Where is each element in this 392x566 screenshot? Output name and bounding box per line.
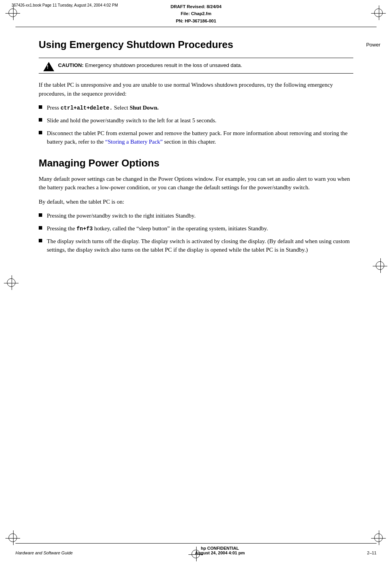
s2-bullet-square-3 <box>39 239 42 242</box>
top-left-crosshair <box>9 9 18 18</box>
section2-para1: Many default power settings can be chang… <box>39 175 353 192</box>
footer: Hardware and Software Guide hp CONFIDENT… <box>0 543 392 555</box>
bullet-content-3: Disconnect the tablet PC from external p… <box>47 129 353 146</box>
footer-confidential: hp CONFIDENTIAL <box>195 546 245 551</box>
s2-bullet-square-2 <box>39 226 42 230</box>
draft-line3: PN: HP-367186-001 <box>176 19 216 23</box>
s2-bullet-square-1 <box>39 213 42 217</box>
page-reference: 367426-xx1.book Page 11 Tuesday, August … <box>12 3 118 7</box>
caution-body: Emergency shutdown procedures result in … <box>84 62 242 68</box>
main-content: Using Emergency Shutdown Procedures CAUT… <box>0 27 392 268</box>
bullet-square-1 <box>39 105 42 109</box>
code-fn-f3: fn+f3 <box>77 226 93 232</box>
section1-bullet-list: Press ctrl+alt+delete. Select Shut Down.… <box>39 103 353 146</box>
s2-bullet-item-3: The display switch turns off the display… <box>39 237 353 254</box>
footer-right: 2–11 <box>367 551 377 555</box>
bullet-item-1: Press ctrl+alt+delete. Select Shut Down. <box>39 103 353 112</box>
bold-shut-down: Shut Down. <box>130 105 159 111</box>
footer-content: Hardware and Software Guide hp CONFIDENT… <box>15 546 377 555</box>
bottom-left-crosshair <box>9 533 18 543</box>
bullet-square-3 <box>39 131 42 134</box>
bullet-content-1: Press ctrl+alt+delete. Select Shut Down. <box>47 103 353 112</box>
section1-title: Using Emergency Shutdown Procedures <box>39 39 353 51</box>
bullet-square-2 <box>39 118 42 122</box>
section2-title: Managing Power Options <box>39 157 353 169</box>
bottom-right-crosshair <box>374 533 383 543</box>
battery-pack-link[interactable]: “Storing a Battery Pack” <box>105 139 163 145</box>
caution-triangle <box>43 62 54 71</box>
code-ctrl-alt-del: ctrl+alt+delete. <box>60 105 112 111</box>
caution-text: CAUTION: Emergency shutdown procedures r… <box>58 62 242 68</box>
top-right-crosshair <box>374 9 383 18</box>
s2-bullet-content-2: Pressing the fn+f3 hotkey, called the “s… <box>47 224 353 233</box>
section2-bullet-list: Pressing the power/standby switch to the… <box>39 211 353 254</box>
bullet-item-3: Disconnect the tablet PC from external p… <box>39 129 353 146</box>
s2-bullet-content-1: Pressing the power/standby switch to the… <box>47 211 353 220</box>
s2-bullet-content-3: The display switch turns off the display… <box>47 237 353 254</box>
s2-bullet-item-1: Pressing the power/standby switch to the… <box>39 211 353 220</box>
bullet-content-2: Slide and hold the power/standby switch … <box>47 116 353 125</box>
right-mid-crosshair <box>376 261 385 271</box>
footer-divider <box>15 543 377 544</box>
caution-icon <box>43 62 54 73</box>
section1-intro: If the tablet PC is unresponsive and you… <box>39 81 353 98</box>
footer-center: hp CONFIDENTIAL August 24, 2004 4:01 pm <box>195 546 245 555</box>
section2-para2: By default, when the tablet PC is on: <box>39 197 353 206</box>
s2-bullet-item-2: Pressing the fn+f3 hotkey, called the “s… <box>39 224 353 233</box>
left-mid-crosshair <box>7 278 16 288</box>
caution-box: CAUTION: Emergency shutdown procedures r… <box>39 58 353 74</box>
page-container: 367426-xx1.book Page 11 Tuesday, August … <box>0 0 392 566</box>
chapter-label: Power <box>366 42 380 48</box>
footer-date: August 24, 2004 4:01 pm <box>195 551 245 555</box>
draft-line1: DRAFT Revised: 8/24/04 <box>171 4 222 9</box>
draft-line2: File: Chap2.fm <box>181 11 211 16</box>
footer-left: Hardware and Software Guide <box>15 551 73 555</box>
caution-label: CAUTION: <box>58 62 84 68</box>
bullet-item-2: Slide and hold the power/standby switch … <box>39 116 353 125</box>
